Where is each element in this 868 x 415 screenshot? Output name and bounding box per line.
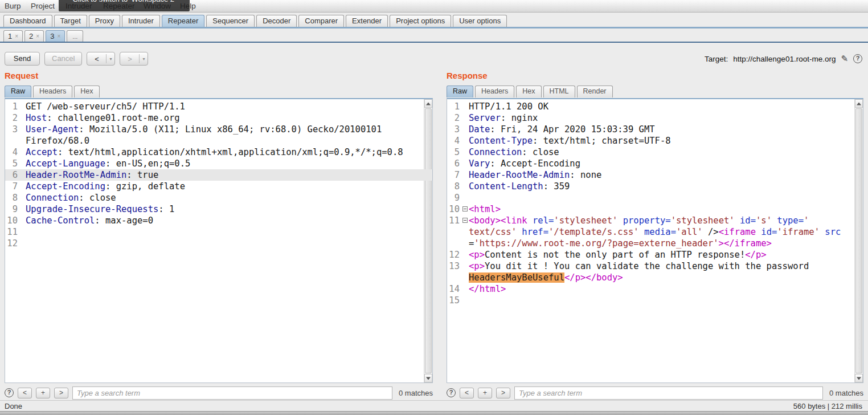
search-case-button[interactable]: +	[478, 388, 492, 398]
send-button[interactable]: Send	[5, 52, 40, 66]
line-number: 9	[447, 192, 462, 204]
code-line: 3User-Agent: Mozilla/5.0 (X11; Linux x86…	[5, 124, 432, 135]
main-tab-proxy[interactable]: Proxy	[89, 15, 120, 27]
response-tab-headers[interactable]: Headers	[475, 86, 514, 97]
repeater-toolbar: Send Cancel < ▾ > ▾ Target: http://chall…	[5, 51, 862, 66]
code-text	[462, 192, 480, 204]
code-text: Host: challenge01.root-me.org	[21, 112, 191, 124]
code-line: 5Connection: close	[447, 147, 863, 158]
request-title: Request	[5, 71, 433, 84]
code-line: 1HTTP/1.1 200 OK	[447, 101, 863, 112]
request-editor[interactable]: 1GET /web-serveur/ch5/ HTTP/1.12Host: ch…	[5, 98, 433, 383]
line-number	[447, 272, 462, 283]
search-help-icon[interactable]: ?	[447, 388, 456, 397]
chevron-down-icon[interactable]: ▾	[107, 56, 114, 62]
line-number: 12	[5, 238, 21, 249]
repeater-tab-3[interactable]: 3×	[46, 30, 65, 42]
next-request-button[interactable]: > ▾	[120, 52, 148, 66]
response-search-input[interactable]	[514, 386, 823, 400]
line-number	[447, 238, 462, 249]
code-text: Connection: close	[462, 147, 571, 158]
menu-burp[interactable]: Burp	[5, 0, 21, 13]
code-line: 8Connection: close	[5, 192, 432, 204]
code-line: 10Cache-Control: max-age=0	[5, 215, 432, 226]
line-number: 8	[447, 181, 462, 192]
response-tab-hex[interactable]: Hex	[516, 86, 541, 97]
cancel-button[interactable]: Cancel	[44, 52, 82, 66]
code-text: <p>You dit it ! You can validate the cha…	[462, 261, 820, 272]
close-icon[interactable]: ×	[57, 31, 60, 42]
search-next-button[interactable]: >	[496, 388, 510, 398]
main-tab-decoder[interactable]: Decoder	[256, 15, 297, 27]
prev-request-button[interactable]: < ▾	[87, 52, 115, 66]
response-panel: Response RawHeadersHexHTMLRender 1HTTP/1…	[447, 71, 863, 400]
code-text: text/css' href='/template/s.css' media='…	[462, 226, 852, 238]
menu-project[interactable]: Project	[31, 0, 55, 13]
response-tab-render[interactable]: Render	[577, 86, 613, 97]
code-text: Date: Fri, 24 Apr 2020 15:03:39 GMT	[462, 124, 666, 135]
response-tab-raw[interactable]: Raw	[447, 86, 473, 97]
main-tab-dashboard[interactable]: Dashboard	[3, 15, 52, 27]
code-text: Content-Length: 359	[462, 181, 581, 192]
response-tab-html[interactable]: HTML	[543, 86, 575, 97]
code-line: 12	[5, 238, 432, 249]
code-line: text/css' href='/template/s.css' media='…	[447, 226, 863, 238]
line-number: 5	[447, 147, 462, 158]
target-label: Target:	[705, 55, 728, 63]
search-case-button[interactable]: +	[36, 388, 50, 398]
request-tab-headers[interactable]: Headers	[33, 86, 72, 97]
line-number: 3	[447, 124, 462, 135]
search-next-button[interactable]: >	[54, 388, 68, 398]
chevron-down-icon[interactable]: ▾	[140, 56, 148, 62]
search-help-icon[interactable]: ?	[5, 388, 14, 397]
search-prev-button[interactable]: <	[18, 388, 32, 398]
fold-icon[interactable]	[462, 218, 468, 223]
line-number: 4	[5, 147, 21, 158]
main-tab-comparer[interactable]: Comparer	[298, 15, 344, 27]
request-search-bar: ? < + > 0 matches	[5, 383, 433, 400]
main-tab-bar: DashboardTargetProxyIntruderRepeaterSequ…	[0, 13, 868, 29]
scroll-down-icon[interactable]	[855, 374, 863, 383]
fold-icon[interactable]	[462, 206, 468, 211]
line-number	[447, 226, 462, 238]
main-tab-sequencer[interactable]: Sequencer	[206, 15, 255, 27]
code-text: ='https://www.root-me.org/?page=externe_…	[462, 238, 783, 249]
main-tab-intruder[interactable]: Intruder	[122, 15, 160, 27]
response-title: Response	[447, 71, 863, 84]
help-icon[interactable]: ?	[853, 54, 862, 63]
close-icon[interactable]: ×	[36, 31, 39, 42]
response-view-tabs: RawHeadersHexHTMLRender	[447, 86, 863, 98]
code-line: 6Header-RootMe-Admin: true	[5, 169, 432, 181]
new-repeater-tab[interactable]: ...	[67, 30, 83, 42]
code-text: Server: nginx	[462, 112, 549, 124]
line-number: 9	[5, 204, 21, 215]
line-number: 11	[5, 226, 21, 238]
repeater-tab-1[interactable]: 1×	[3, 30, 23, 42]
main-tab-user-options[interactable]: User options	[453, 15, 507, 27]
repeater-tab-bar: 1×2×3×...	[0, 29, 868, 43]
main-tab-project-options[interactable]: Project options	[390, 15, 451, 27]
main-tab-repeater[interactable]: Repeater	[162, 15, 204, 27]
main-tab-target[interactable]: Target	[54, 15, 87, 27]
request-view-tabs: RawHeadersHex	[5, 86, 433, 98]
line-number	[5, 135, 21, 147]
menu-bar: Burp Project Intruder Repeater Window He…	[0, 0, 868, 13]
request-tab-raw[interactable]: Raw	[5, 86, 31, 97]
close-icon[interactable]: ×	[15, 31, 18, 42]
repeater-tab-2[interactable]: 2×	[24, 30, 44, 42]
code-line: 9Upgrade-Insecure-Requests: 1	[5, 204, 432, 215]
code-text: <body><link rel='stylesheet' property='s…	[462, 215, 820, 226]
request-search-input[interactable]	[72, 386, 392, 400]
code-text: Header-RootMe-Admin: true	[21, 169, 170, 181]
code-line: 14</html>	[447, 283, 863, 295]
response-metrics: 560 bytes | 212 millis	[793, 402, 868, 410]
code-text: GET /web-serveur/ch5/ HTTP/1.1	[21, 101, 196, 112]
request-tab-hex[interactable]: Hex	[74, 86, 99, 97]
response-editor[interactable]: 1HTTP/1.1 200 OK2Server: nginx3Date: Fri…	[447, 98, 863, 383]
response-match-count: 0 matches	[827, 389, 863, 397]
scroll-down-icon[interactable]	[424, 374, 432, 383]
main-tab-extender[interactable]: Extender	[346, 15, 388, 27]
target-url: http://challenge01.root-me.org	[733, 55, 836, 63]
search-prev-button[interactable]: <	[460, 388, 474, 398]
edit-target-icon[interactable]: ✎	[841, 54, 848, 64]
